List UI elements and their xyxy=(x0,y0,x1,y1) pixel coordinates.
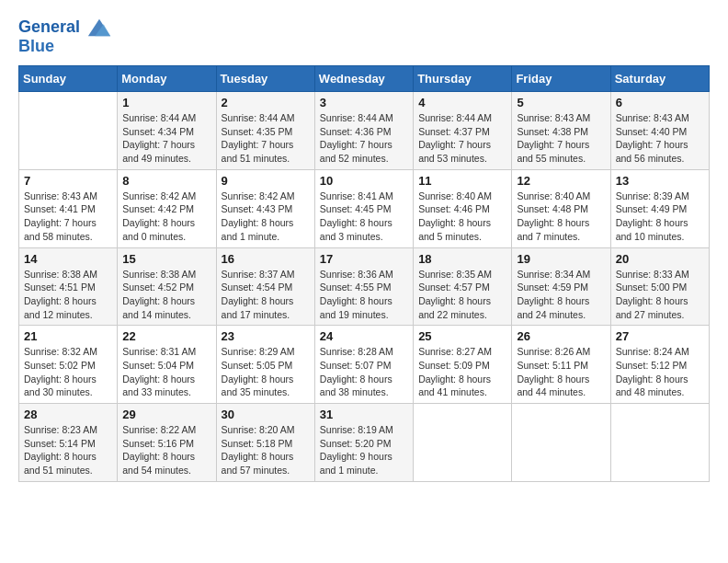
calendar-cell: 16Sunrise: 8:37 AMSunset: 4:54 PMDayligh… xyxy=(216,247,314,326)
calendar-cell: 28Sunrise: 8:23 AMSunset: 5:14 PMDayligh… xyxy=(19,404,118,482)
day-number: 15 xyxy=(122,252,210,266)
day-detail: Sunrise: 8:20 AMSunset: 5:18 PMDaylight:… xyxy=(222,423,310,477)
day-number: 14 xyxy=(24,252,112,266)
day-number: 1 xyxy=(122,96,210,109)
calendar-week-row: 7Sunrise: 8:43 AMSunset: 4:41 PMDaylight… xyxy=(19,169,710,247)
day-detail: Sunrise: 8:22 AMSunset: 5:16 PMDaylight:… xyxy=(122,423,210,477)
day-number: 2 xyxy=(222,96,310,109)
calendar-cell: 4Sunrise: 8:44 AMSunset: 4:37 PMDaylight… xyxy=(414,92,512,170)
day-number: 27 xyxy=(616,329,704,343)
weekday-header-sunday: Sunday xyxy=(19,66,118,92)
day-number: 23 xyxy=(222,329,310,343)
day-detail: Sunrise: 8:27 AMSunset: 5:09 PMDaylight:… xyxy=(418,345,506,399)
calendar-week-row: 21Sunrise: 8:32 AMSunset: 5:02 PMDayligh… xyxy=(19,326,710,404)
day-detail: Sunrise: 8:26 AMSunset: 5:11 PMDaylight:… xyxy=(517,345,605,399)
day-number: 19 xyxy=(517,252,605,266)
day-number: 5 xyxy=(517,96,605,109)
day-detail: Sunrise: 8:44 AMSunset: 4:36 PMDaylight:… xyxy=(320,111,408,166)
page-header: General Blue xyxy=(18,15,710,56)
day-detail: Sunrise: 8:38 AMSunset: 4:52 PMDaylight:… xyxy=(122,268,210,322)
day-number: 30 xyxy=(222,408,310,421)
day-number: 8 xyxy=(122,174,210,188)
day-number: 12 xyxy=(517,174,605,188)
calendar-cell: 12Sunrise: 8:40 AMSunset: 4:48 PMDayligh… xyxy=(512,169,610,247)
day-number: 9 xyxy=(222,174,310,188)
weekday-header-wednesday: Wednesday xyxy=(314,66,413,92)
calendar-cell: 29Sunrise: 8:22 AMSunset: 5:16 PMDayligh… xyxy=(118,404,216,482)
calendar-cell: 7Sunrise: 8:43 AMSunset: 4:41 PMDaylight… xyxy=(19,169,118,247)
day-number: 10 xyxy=(320,174,408,188)
weekday-header-tuesday: Tuesday xyxy=(216,66,314,92)
calendar-week-row: 14Sunrise: 8:38 AMSunset: 4:51 PMDayligh… xyxy=(19,247,710,326)
calendar-cell: 13Sunrise: 8:39 AMSunset: 4:49 PMDayligh… xyxy=(610,169,709,247)
day-detail: Sunrise: 8:39 AMSunset: 4:49 PMDaylight:… xyxy=(616,190,704,244)
day-number: 20 xyxy=(616,252,704,266)
calendar-cell: 22Sunrise: 8:31 AMSunset: 5:04 PMDayligh… xyxy=(118,326,216,404)
day-number: 31 xyxy=(320,408,408,421)
day-number: 21 xyxy=(24,329,112,343)
day-detail: Sunrise: 8:32 AMSunset: 5:02 PMDaylight:… xyxy=(24,345,112,399)
day-detail: Sunrise: 8:43 AMSunset: 4:38 PMDaylight:… xyxy=(517,111,605,166)
calendar-cell: 8Sunrise: 8:42 AMSunset: 4:42 PMDaylight… xyxy=(118,169,216,247)
day-number: 3 xyxy=(320,96,408,109)
day-detail: Sunrise: 8:43 AMSunset: 4:40 PMDaylight:… xyxy=(616,111,704,166)
day-number: 28 xyxy=(24,408,112,421)
calendar-cell: 31Sunrise: 8:19 AMSunset: 5:20 PMDayligh… xyxy=(314,404,413,482)
day-number: 26 xyxy=(517,329,605,343)
calendar-cell: 1Sunrise: 8:44 AMSunset: 4:34 PMDaylight… xyxy=(118,92,216,170)
day-number: 7 xyxy=(24,174,112,188)
calendar-cell: 27Sunrise: 8:24 AMSunset: 5:12 PMDayligh… xyxy=(610,326,709,404)
day-number: 25 xyxy=(418,329,506,343)
day-detail: Sunrise: 8:36 AMSunset: 4:55 PMDaylight:… xyxy=(320,268,408,322)
calendar-cell: 18Sunrise: 8:35 AMSunset: 4:57 PMDayligh… xyxy=(414,247,512,326)
calendar-cell: 19Sunrise: 8:34 AMSunset: 4:59 PMDayligh… xyxy=(512,247,610,326)
calendar-cell: 30Sunrise: 8:20 AMSunset: 5:18 PMDayligh… xyxy=(216,404,314,482)
day-number: 6 xyxy=(616,96,704,109)
day-detail: Sunrise: 8:40 AMSunset: 4:48 PMDaylight:… xyxy=(517,190,605,244)
day-number: 4 xyxy=(418,96,506,109)
day-detail: Sunrise: 8:23 AMSunset: 5:14 PMDaylight:… xyxy=(24,423,112,477)
calendar-cell: 26Sunrise: 8:26 AMSunset: 5:11 PMDayligh… xyxy=(512,326,610,404)
weekday-header-row: SundayMondayTuesdayWednesdayThursdayFrid… xyxy=(19,66,710,92)
logo: General Blue xyxy=(18,15,112,56)
day-detail: Sunrise: 8:33 AMSunset: 5:00 PMDaylight:… xyxy=(616,268,704,322)
weekday-header-monday: Monday xyxy=(118,66,216,92)
calendar-cell: 15Sunrise: 8:38 AMSunset: 4:52 PMDayligh… xyxy=(118,247,216,326)
day-detail: Sunrise: 8:44 AMSunset: 4:34 PMDaylight:… xyxy=(122,111,210,166)
day-detail: Sunrise: 8:43 AMSunset: 4:41 PMDaylight:… xyxy=(24,190,112,244)
day-number: 18 xyxy=(418,252,506,266)
calendar-cell: 3Sunrise: 8:44 AMSunset: 4:36 PMDaylight… xyxy=(314,92,413,170)
calendar-cell: 24Sunrise: 8:28 AMSunset: 5:07 PMDayligh… xyxy=(314,326,413,404)
calendar-table: SundayMondayTuesdayWednesdayThursdayFrid… xyxy=(18,65,710,482)
day-number: 17 xyxy=(320,252,408,266)
calendar-cell: 21Sunrise: 8:32 AMSunset: 5:02 PMDayligh… xyxy=(19,326,118,404)
calendar-cell: 25Sunrise: 8:27 AMSunset: 5:09 PMDayligh… xyxy=(414,326,512,404)
calendar-cell: 6Sunrise: 8:43 AMSunset: 4:40 PMDaylight… xyxy=(610,92,709,170)
calendar-cell xyxy=(610,404,709,482)
day-detail: Sunrise: 8:40 AMSunset: 4:46 PMDaylight:… xyxy=(418,190,506,244)
day-number: 13 xyxy=(616,174,704,188)
day-number: 11 xyxy=(418,174,506,188)
calendar-week-row: 1Sunrise: 8:44 AMSunset: 4:34 PMDaylight… xyxy=(19,92,710,170)
day-detail: Sunrise: 8:41 AMSunset: 4:45 PMDaylight:… xyxy=(320,190,408,244)
calendar-cell: 5Sunrise: 8:43 AMSunset: 4:38 PMDaylight… xyxy=(512,92,610,170)
day-detail: Sunrise: 8:44 AMSunset: 4:35 PMDaylight:… xyxy=(222,111,310,166)
calendar-week-row: 28Sunrise: 8:23 AMSunset: 5:14 PMDayligh… xyxy=(19,404,710,482)
weekday-header-saturday: Saturday xyxy=(610,66,709,92)
calendar-cell: 23Sunrise: 8:29 AMSunset: 5:05 PMDayligh… xyxy=(216,326,314,404)
weekday-header-friday: Friday xyxy=(512,66,610,92)
calendar-cell: 20Sunrise: 8:33 AMSunset: 5:00 PMDayligh… xyxy=(610,247,709,326)
weekday-header-thursday: Thursday xyxy=(414,66,512,92)
calendar-cell: 14Sunrise: 8:38 AMSunset: 4:51 PMDayligh… xyxy=(19,247,118,326)
day-detail: Sunrise: 8:31 AMSunset: 5:04 PMDaylight:… xyxy=(122,345,210,399)
day-detail: Sunrise: 8:44 AMSunset: 4:37 PMDaylight:… xyxy=(418,111,506,166)
day-detail: Sunrise: 8:42 AMSunset: 4:43 PMDaylight:… xyxy=(222,190,310,244)
day-detail: Sunrise: 8:38 AMSunset: 4:51 PMDaylight:… xyxy=(24,268,112,322)
calendar-cell xyxy=(414,404,512,482)
calendar-cell: 2Sunrise: 8:44 AMSunset: 4:35 PMDaylight… xyxy=(216,92,314,170)
day-detail: Sunrise: 8:19 AMSunset: 5:20 PMDaylight:… xyxy=(320,423,408,477)
day-number: 29 xyxy=(122,408,210,421)
day-detail: Sunrise: 8:24 AMSunset: 5:12 PMDaylight:… xyxy=(616,345,704,399)
day-number: 24 xyxy=(320,329,408,343)
day-detail: Sunrise: 8:37 AMSunset: 4:54 PMDaylight:… xyxy=(222,268,310,322)
